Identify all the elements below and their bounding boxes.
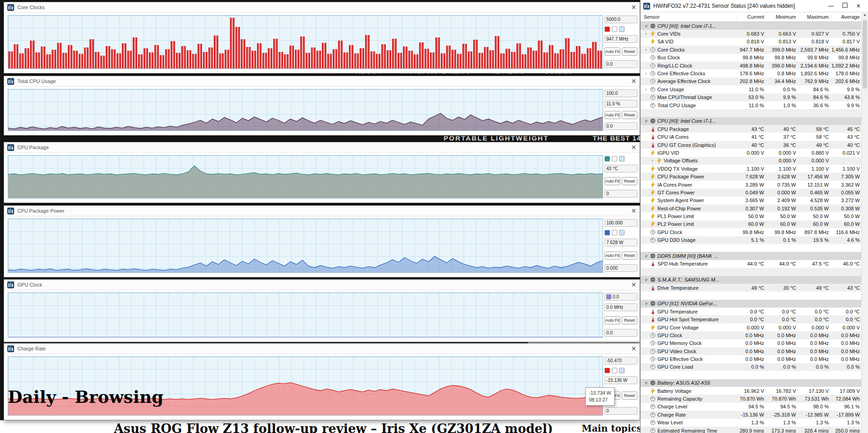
- bg-color-swatch[interactable]: [612, 230, 617, 235]
- table-row[interactable]: VDDQ TX Voltage1.100 V1.100 V1.100 V1.10…: [641, 165, 862, 172]
- table-row[interactable]: CPU IA Cores41 °C37 °C58 °C43 °C: [641, 133, 862, 141]
- table-row[interactable]: Average Effective Clock202.8 MHz34.4 MHz…: [641, 78, 862, 85]
- expand-chevron-icon[interactable]: ›: [644, 47, 648, 52]
- bg-color-swatch[interactable]: [612, 156, 617, 162]
- table-row[interactable]: GPU Core Load0.0 %0.0 %0.0 %0.0 %: [641, 363, 862, 371]
- hwinfo-titlebar[interactable]: HWiNFO32 v7.22-4731 Sensor Status [240 v…: [641, 0, 868, 12]
- collapse-chevron-icon[interactable]: ∨: [644, 24, 648, 28]
- graph-window-titlebar[interactable]: CPU Package✕: [4, 142, 640, 153]
- sensor-group-row[interactable]: ∨Battery: ASUS A32-K55: [641, 379, 862, 387]
- close-icon[interactable]: ✕: [631, 144, 636, 151]
- line-color-swatch[interactable]: [606, 294, 611, 299]
- table-row[interactable]: GT Cores Power0.049 W0.000 W0.465 W0.055…: [641, 188, 862, 196]
- line-color-swatch[interactable]: [604, 368, 610, 373]
- table-row[interactable]: CPU Package43 °C40 °C58 °C45 °C: [641, 125, 862, 133]
- sensor-group-row[interactable]: ∨DDR5 DIMM [#0] (BANK ...: [641, 252, 862, 260]
- table-row[interactable]: ›Core Effective Clocks178.6 MHz0.8 MHz1,…: [641, 69, 862, 77]
- scrollbar-thumb[interactable]: [863, 20, 867, 89]
- expand-chevron-icon[interactable]: ›: [650, 158, 655, 163]
- table-row[interactable]: GPU Core Voltage0.000 V0.000 V0.000 V0.0…: [641, 323, 862, 331]
- reset-button[interactable]: Reset: [622, 251, 638, 260]
- auto-fit-button[interactable]: Auto Fit: [604, 316, 620, 324]
- table-row[interactable]: Charge Rate-15.136 W-25.318 W-12.985 W-1…: [641, 411, 862, 418]
- scrollbar[interactable]: ▲: [861, 12, 868, 433]
- minimize-button[interactable]: —: [824, 3, 838, 9]
- line-color-swatch[interactable]: [604, 156, 610, 162]
- table-row[interactable]: GPU Video Clock0.0 MHz0.0 MHz0.0 MHz0.0 …: [641, 347, 862, 355]
- fill-color-swatch[interactable]: [619, 156, 625, 162]
- auto-fit-button[interactable]: Auto Fit: [604, 177, 620, 185]
- close-icon[interactable]: ✕: [631, 208, 636, 214]
- table-row[interactable]: GPU D3D Usage5.1 %0.1 %19.5 %4.6 %: [641, 236, 862, 244]
- graph-window-titlebar[interactable]: CPU Package Power✕: [4, 206, 640, 216]
- table-row[interactable]: ›Core Usage11.0 %0.0 %84.6 %9.9 %: [641, 85, 862, 93]
- auto-fit-button[interactable]: Auto Fit: [604, 111, 620, 119]
- table-row[interactable]: iGPU VID0.000 V0.000 V0.880 V0.021 V: [641, 149, 862, 157]
- table-row[interactable]: System Agent Power3.665 W2.409 W4.528 W3…: [641, 197, 862, 204]
- reset-button[interactable]: Reset: [622, 177, 638, 185]
- sensor-group-row[interactable]: ∨GPU [#1]: NVIDIA GeFor...: [641, 300, 862, 308]
- sensor-group-row[interactable]: ∨CPU [#0]: Intel Core i7-1...: [641, 22, 862, 30]
- close-icon[interactable]: ✕: [631, 4, 636, 10]
- column-header-minimum[interactable]: Minimum: [766, 14, 798, 20]
- bg-color-swatch[interactable]: [612, 26, 617, 32]
- table-row[interactable]: Battery Voltage16.962 V16.782 V17.130 V1…: [641, 387, 862, 395]
- collapse-chevron-icon[interactable]: ∨: [644, 301, 648, 306]
- line-color-swatch[interactable]: [604, 230, 610, 235]
- graph-window-titlebar[interactable]: Charge Rate✕: [4, 344, 640, 354]
- close-button[interactable]: ✕: [852, 3, 865, 9]
- sensor-group-row[interactable]: ∨S.M.A.R.T.: SAMSUNG M...: [641, 276, 862, 284]
- bg-color-swatch[interactable]: [612, 368, 617, 373]
- table-row[interactable]: PL1 Power Limit50.0 W50.0 W50.0 W50.0 W: [641, 212, 862, 220]
- reset-button[interactable]: Reset: [622, 47, 638, 56]
- close-icon[interactable]: ✕: [631, 345, 636, 352]
- table-row[interactable]: Bus Clock99.8 MHz99.8 MHz99.8 MHz99.8 MH…: [641, 54, 862, 62]
- reset-button[interactable]: Reset: [622, 111, 638, 119]
- auto-fit-button[interactable]: Auto Fit: [604, 47, 620, 56]
- table-row[interactable]: GPU Effective Clock0.0 MHz0.0 MHz0.0 MHz…: [641, 355, 862, 363]
- collapse-chevron-icon[interactable]: ∨: [644, 277, 648, 282]
- table-row[interactable]: GPU Hot Spot Temperature0.0 °C0.0 °C0.0 …: [641, 315, 862, 323]
- table-row[interactable]: PL2 Power Limit60.0 W60.0 W60.0 W60.0 W: [641, 220, 862, 228]
- table-row[interactable]: GPU Clock0.0 MHz0.0 MHz0.0 MHz0.0 MHz: [641, 331, 862, 339]
- column-header-maximum[interactable]: Maximum: [798, 14, 831, 20]
- table-row[interactable]: CPU Package Power7.628 W3.628 W17.456 W7…: [641, 172, 862, 180]
- table-row[interactable]: ›Voltage Offsets0.000 V0.000 V: [641, 157, 862, 165]
- expand-chevron-icon[interactable]: ›: [644, 71, 648, 76]
- table-row[interactable]: Ring/LLC Clock498.8 MHz399.0 MHz2,194.6 …: [641, 62, 862, 69]
- fill-color-swatch[interactable]: [619, 230, 625, 235]
- table-row[interactable]: Drive Temperature49 °C30 °C49 °C43 °C: [641, 284, 862, 292]
- expand-chevron-icon[interactable]: ›: [644, 31, 648, 36]
- table-row[interactable]: Rest-of-Chip Power0.307 W0.192 W0.535 W0…: [641, 204, 862, 212]
- table-row[interactable]: Wear Level1.3 %1.3 %1.3 %1.3 %: [641, 419, 862, 427]
- collapse-chevron-icon[interactable]: ∨: [644, 254, 648, 258]
- table-row[interactable]: Max CPU/Thread Usage53.0 %9.9 %84.6 %43.…: [641, 94, 862, 101]
- graph-window-titlebar[interactable]: Total CPU Usage✕: [4, 76, 640, 87]
- column-header-current[interactable]: Current: [736, 14, 766, 20]
- close-icon[interactable]: ✕: [631, 78, 636, 84]
- collapse-chevron-icon[interactable]: ∨: [644, 381, 648, 385]
- maximize-button[interactable]: [838, 3, 852, 9]
- collapse-chevron-icon[interactable]: ∨: [644, 119, 648, 123]
- table-row[interactable]: Remaining Capacity70.870 Wh70.870 Wh73.5…: [641, 395, 862, 402]
- table-row[interactable]: GPU Temperature0.0 °C0.0 °C0.0 °C0.0 °C: [641, 308, 862, 315]
- table-row[interactable]: ›Core VIDs0.683 V0.663 V0.927 V0.750 V: [641, 30, 862, 37]
- close-icon[interactable]: ✕: [631, 282, 636, 288]
- table-row[interactable]: SPD Hub Temperature44.0 °C44.0 °C47.5 °C…: [641, 260, 862, 268]
- table-row[interactable]: Estimated Remaining Time280.9 mins173.3 …: [641, 427, 862, 433]
- table-row[interactable]: ›Core Clocks947.7 MHz399.0 MHz2,593.7 MH…: [641, 46, 862, 53]
- table-row[interactable]: GPU Clock99.8 MHz99.8 MHz897.8 MHz116.6 …: [641, 228, 862, 236]
- reset-button[interactable]: Reset: [622, 316, 638, 324]
- sensor-group-row[interactable]: ∨CPU [#0]: Intel Core i7-1...: [641, 117, 862, 125]
- table-row[interactable]: CPU GT Cores (Graphics)40 °C36 °C49 °C40…: [641, 141, 862, 149]
- graph-window-titlebar[interactable]: GPU Clock✕: [4, 280, 640, 290]
- table-row[interactable]: Charge Level94.5 %94.5 %98.0 %96.1 %: [641, 403, 862, 411]
- table-row[interactable]: SA VID0.818 V0.813 V0.818 V0.817 V: [641, 38, 862, 46]
- fill-color-swatch[interactable]: [619, 368, 625, 373]
- line-color-swatch[interactable]: [604, 26, 610, 32]
- column-header-average[interactable]: Average: [831, 14, 862, 20]
- reset-button[interactable]: Reset: [622, 391, 638, 400]
- table-row[interactable]: GPU Memory Clock0.0 MHz0.0 MHz0.0 MHz0.0…: [641, 339, 862, 347]
- fill-color-swatch[interactable]: [619, 26, 625, 32]
- column-header-sensor[interactable]: Sensor: [641, 14, 736, 20]
